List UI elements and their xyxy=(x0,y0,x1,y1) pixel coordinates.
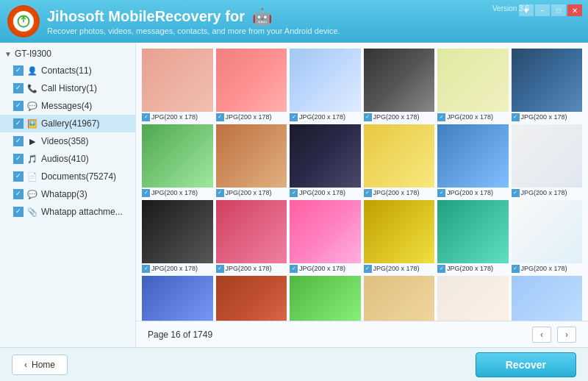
thumb-item-23[interactable]: ✓JPG(200 x 178) xyxy=(512,276,583,321)
thumb-checkbox-11[interactable]: ✓ xyxy=(512,189,520,197)
thumb-checkbox-0[interactable]: ✓ xyxy=(142,113,150,121)
content-area: ✓JPG(200 x 178)✓JPG(200 x 178)✓JPG(200 x… xyxy=(136,43,588,347)
thumb-item-19[interactable]: ✓JPG(200 x 178) xyxy=(216,276,287,321)
thumb-item-11[interactable]: ✓JPG(200 x 178) xyxy=(512,124,583,197)
thumb-item-7[interactable]: ✓JPG(200 x 178) xyxy=(216,124,287,197)
thumb-image-4 xyxy=(437,49,509,112)
thumb-item-16[interactable]: ✓JPG(200 x 178) xyxy=(437,200,509,273)
thumb-checkbox-7[interactable]: ✓ xyxy=(216,189,224,197)
thumb-image-5 xyxy=(512,49,583,112)
sidebar-checkbox-7[interactable]: ✓ xyxy=(13,189,24,199)
sidebar-item-8[interactable]: ✓📎Whatapp attachme... xyxy=(0,203,135,221)
sidebar-checkbox-2[interactable]: ✓ xyxy=(13,101,24,111)
thumb-checkbox-17[interactable]: ✓ xyxy=(512,265,520,273)
sidebar-label-4: Videos(358) xyxy=(41,135,89,148)
thumb-label-16: ✓JPG(200 x 178) xyxy=(437,265,493,273)
home-label: Home xyxy=(32,360,55,370)
sidebar-icon-5: 🎵 xyxy=(26,153,38,165)
thumb-label-6: ✓JPG(200 x 178) xyxy=(142,189,198,197)
thumb-item-18[interactable]: ✓JPG(200 x 178) xyxy=(142,276,213,321)
thumb-size-2: JPG(200 x 178) xyxy=(299,113,345,121)
sidebar-icon-2: 💬 xyxy=(26,100,38,112)
thumb-label-9: ✓JPG(200 x 178) xyxy=(364,189,420,197)
maximize-button[interactable]: □ xyxy=(551,4,566,16)
thumb-size-16: JPG(200 x 178) xyxy=(447,265,493,272)
thumb-item-2[interactable]: ✓JPG(200 x 178) xyxy=(290,49,361,121)
thumb-item-8[interactable]: ✓JPG(200 x 178) xyxy=(290,124,361,197)
sidebar-checkbox-1[interactable]: ✓ xyxy=(13,83,24,93)
sidebar-item-4[interactable]: ✓▶Videos(358) xyxy=(0,132,135,150)
thumb-checkbox-16[interactable]: ✓ xyxy=(437,265,445,273)
thumb-checkbox-3[interactable]: ✓ xyxy=(364,113,372,121)
thumb-checkbox-13[interactable]: ✓ xyxy=(216,265,224,273)
thumb-checkbox-8[interactable]: ✓ xyxy=(290,189,298,197)
dropdown-button[interactable]: ▼ xyxy=(519,4,534,16)
thumb-checkbox-15[interactable]: ✓ xyxy=(364,265,372,273)
thumb-image-1 xyxy=(216,49,287,112)
thumb-item-10[interactable]: ✓JPG(200 x 178) xyxy=(437,124,509,197)
thumb-item-15[interactable]: ✓JPG(200 x 178) xyxy=(364,200,435,273)
sidebar-item-0[interactable]: ✓👤Contacts(11) xyxy=(0,62,135,79)
thumb-checkbox-2[interactable]: ✓ xyxy=(290,113,298,121)
thumb-item-22[interactable]: ✓JPG(200 x 178) xyxy=(437,276,509,321)
thumb-item-6[interactable]: ✓JPG(200 x 178) xyxy=(142,124,213,197)
app-subtitle: Recover photos, videos, messages, contac… xyxy=(47,26,340,35)
thumb-checkbox-4[interactable]: ✓ xyxy=(437,113,445,121)
thumb-item-9[interactable]: ✓JPG(200 x 178) xyxy=(364,124,435,197)
thumb-item-4[interactable]: ✓JPG(200 x 178) xyxy=(437,49,509,121)
thumb-checkbox-10[interactable]: ✓ xyxy=(437,189,445,197)
recover-button[interactable]: Recover xyxy=(476,352,576,377)
thumb-checkbox-1[interactable]: ✓ xyxy=(216,113,224,121)
sidebar-checkbox-8[interactable]: ✓ xyxy=(13,207,24,217)
sidebar-icon-0: 👤 xyxy=(26,65,38,76)
thumb-image-19 xyxy=(216,276,287,321)
thumb-item-12[interactable]: ✓JPG(200 x 178) xyxy=(142,200,213,273)
thumb-item-3[interactable]: ✓JPG(200 x 178) xyxy=(364,49,435,121)
sidebar-item-6[interactable]: ✓📄Documents(75274) xyxy=(0,168,135,185)
app-title: Jihosoft MobileRecovery for 🤖 xyxy=(47,7,340,27)
next-page-button[interactable]: › xyxy=(557,327,576,343)
logo-inner xyxy=(13,11,34,32)
sidebar-item-7[interactable]: ✓💬Whatapp(3) xyxy=(0,185,135,203)
sidebar-checkbox-3[interactable]: ✓ xyxy=(13,118,24,129)
thumb-checkbox-9[interactable]: ✓ xyxy=(364,189,372,197)
thumb-item-21[interactable]: ✓JPG(200 x 178) xyxy=(364,276,435,321)
thumb-checkbox-6[interactable]: ✓ xyxy=(142,189,150,197)
thumb-checkbox-14[interactable]: ✓ xyxy=(290,265,298,273)
thumb-checkbox-5[interactable]: ✓ xyxy=(512,113,520,121)
close-button[interactable]: ✕ xyxy=(567,4,582,16)
thumb-item-5[interactable]: ✓JPG(200 x 178) xyxy=(512,49,583,121)
thumb-item-13[interactable]: ✓JPG(200 x 178) xyxy=(216,200,287,273)
thumb-label-8: ✓JPG(200 x 178) xyxy=(290,189,345,197)
thumb-image-16 xyxy=(437,200,509,263)
thumb-image-2 xyxy=(290,49,361,112)
sidebar-item-1[interactable]: ✓📞Call History(1) xyxy=(0,79,135,97)
thumb-item-20[interactable]: ✓JPG(200 x 178) xyxy=(290,276,361,321)
sidebar-checkbox-5[interactable]: ✓ xyxy=(13,154,24,164)
thumb-label-7: ✓JPG(200 x 178) xyxy=(216,189,272,197)
thumb-label-17: ✓JPG(200 x 178) xyxy=(512,265,567,273)
sidebar-item-2[interactable]: ✓💬Messages(4) xyxy=(0,97,135,115)
sidebar-item-5[interactable]: ✓🎵Audios(410) xyxy=(0,150,135,168)
thumb-item-17[interactable]: ✓JPG(200 x 178) xyxy=(512,200,583,273)
thumb-label-13: ✓JPG(200 x 178) xyxy=(216,265,272,273)
bottom-bar: ‹ Home Recover xyxy=(0,347,588,381)
sidebar-checkbox-0[interactable]: ✓ xyxy=(13,65,24,76)
thumb-label-4: ✓JPG(200 x 178) xyxy=(437,113,493,121)
thumb-item-0[interactable]: ✓JPG(200 x 178) xyxy=(142,49,213,121)
sidebar-label-5: Audios(410) xyxy=(41,152,89,165)
thumb-item-14[interactable]: ✓JPG(200 x 178) xyxy=(290,200,361,273)
sidebar-item-3[interactable]: ✓🖼️Gallery(41967) xyxy=(0,115,135,132)
home-button[interactable]: ‹ Home xyxy=(12,355,68,375)
thumb-image-3 xyxy=(364,49,435,112)
sidebar-checkbox-4[interactable]: ✓ xyxy=(13,136,24,146)
sidebar-checkbox-6[interactable]: ✓ xyxy=(13,171,24,182)
minimize-button[interactable]: − xyxy=(535,4,550,16)
thumb-item-1[interactable]: ✓JPG(200 x 178) xyxy=(216,49,287,121)
thumb-checkbox-12[interactable]: ✓ xyxy=(142,265,150,273)
prev-page-button[interactable]: ‹ xyxy=(532,327,551,343)
thumb-image-20 xyxy=(290,276,361,321)
thumb-size-8: JPG(200 x 178) xyxy=(299,189,345,196)
device-row[interactable]: ▼ GT-I9300 xyxy=(0,46,135,62)
thumb-label-0: ✓JPG(200 x 178) xyxy=(142,113,198,121)
